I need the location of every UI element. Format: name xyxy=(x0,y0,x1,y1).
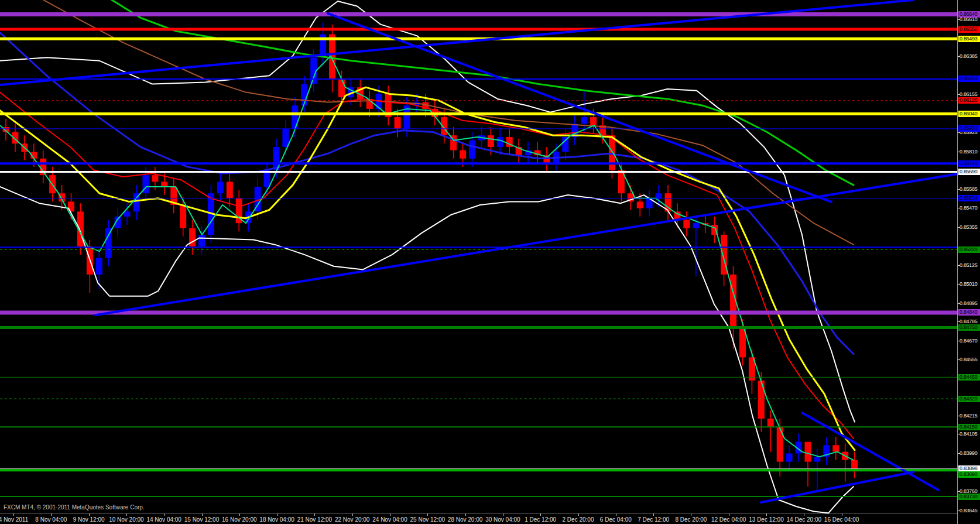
time-label: 2 Dec 20:00 xyxy=(563,516,594,523)
price-axis: 0.866100.863850.861550.859250.858100.855… xyxy=(957,0,980,524)
candle-body xyxy=(637,201,643,208)
level-price-chip: 0.86040 xyxy=(958,111,980,117)
candle-body xyxy=(590,117,597,125)
price-tick-label: 0.85010 xyxy=(960,281,977,287)
time-tick-mark xyxy=(352,513,353,516)
candle-body xyxy=(292,105,298,129)
time-label: 18 Nov 04:00 xyxy=(259,516,294,523)
level-price-chip: 0.85740 xyxy=(958,160,980,167)
blue-ma xyxy=(0,33,854,354)
candle-body xyxy=(786,453,793,461)
level-price-chip: 0.85530 xyxy=(958,195,980,201)
mt4-chart-window: 0.866100.863850.861550.859250.858100.855… xyxy=(0,0,980,524)
time-tick-mark xyxy=(277,513,277,516)
time-label: 15 Nov 12:00 xyxy=(184,516,220,523)
price-tick-label: 0.86385 xyxy=(960,53,977,59)
candle-body xyxy=(804,442,811,462)
horizontal-levels xyxy=(0,15,957,496)
candle-body xyxy=(683,220,690,228)
time-label: 13 Dec 12:00 xyxy=(749,516,784,523)
time-tick-mark xyxy=(164,513,165,516)
plot-layers xyxy=(0,0,957,513)
level-price-chip: 0.83890 xyxy=(958,471,980,478)
time-label: 12 Dec 04:00 xyxy=(711,516,746,523)
time-label: 1 Dec 12:00 xyxy=(525,516,556,523)
level-price-chip: 0.84840 xyxy=(958,309,980,316)
time-tick-mark xyxy=(503,513,503,516)
time-tick-mark xyxy=(653,513,654,516)
time-tick-mark xyxy=(540,513,541,516)
time-label: 6 Dec 04:00 xyxy=(600,516,632,523)
time-label: 22 Nov 20:00 xyxy=(335,516,370,523)
level-price-chip: 0.84450 xyxy=(958,374,980,381)
time-tick-mark xyxy=(842,513,842,516)
level-price-chip: 0.85690 xyxy=(958,169,980,175)
candle-body xyxy=(282,129,289,147)
price-tick-label: 0.84555 xyxy=(960,357,977,362)
price-tick-label: 0.85355 xyxy=(960,224,977,230)
level-price-chip: 0.85950 xyxy=(958,125,980,132)
candle-body xyxy=(227,181,233,198)
time-tick-mark xyxy=(314,513,315,516)
price-tick-label: 0.84215 xyxy=(960,413,977,419)
candle-body xyxy=(198,235,205,246)
candle-body xyxy=(609,135,615,170)
candle-body xyxy=(161,181,167,186)
candle-body xyxy=(96,258,102,275)
time-axis: 4 Nov 20118 Nov 04:009 Nov 12:0010 Nov 2… xyxy=(0,513,957,524)
level-price-chip: 0.86493 xyxy=(958,36,980,42)
time-label: 25 Nov 12:00 xyxy=(410,516,446,523)
time-tick-mark xyxy=(691,513,691,516)
time-label: 8 Dec 20:00 xyxy=(675,516,707,523)
price-tick-label: 0.86155 xyxy=(960,91,977,97)
level-price-chip: 0.86640 xyxy=(958,11,980,18)
trendline-short-descending-right xyxy=(802,413,938,490)
time-label: 16 Nov 20:00 xyxy=(222,516,257,523)
price-tick-label: 0.84105 xyxy=(960,431,977,437)
price-tick-label: 0.83990 xyxy=(960,450,977,456)
candle-body xyxy=(581,117,587,124)
candle-body xyxy=(656,193,662,198)
level-price-chip: 0.84320 xyxy=(958,396,980,402)
time-label: 8 Nov 04:00 xyxy=(35,516,67,523)
price-tick-label: 0.84895 xyxy=(960,300,977,306)
candle-body xyxy=(562,137,568,152)
time-label: 4 Nov 2011 xyxy=(0,516,28,523)
candle-body xyxy=(217,181,224,193)
time-tick-mark xyxy=(126,513,127,516)
price-tick-label: 0.85585 xyxy=(960,186,977,192)
time-label: 28 Nov 20:00 xyxy=(448,516,483,523)
price-tick-label: 0.84670 xyxy=(960,338,977,344)
candle-body xyxy=(758,381,765,419)
time-tick-mark xyxy=(202,513,203,516)
time-label: 7 Dec 12:00 xyxy=(638,516,669,523)
level-price-chip: 0.84150 xyxy=(958,424,980,430)
candle-body xyxy=(488,135,494,147)
time-label: 14 Dec 20:00 xyxy=(787,516,822,523)
time-tick-mark xyxy=(766,513,767,516)
price-tick-label: 0.84785 xyxy=(960,318,977,324)
price-tick-label: 0.85810 xyxy=(960,149,977,155)
time-tick-mark xyxy=(51,513,52,516)
trendline-descending-from-spike xyxy=(328,13,831,202)
trendline-ascending-support xyxy=(95,174,957,315)
time-tick-mark xyxy=(13,513,14,516)
slow-green-ma xyxy=(111,0,854,185)
price-chart-plot[interactable] xyxy=(0,0,980,524)
candle-body xyxy=(460,150,466,159)
time-label: 16 Dec 04:00 xyxy=(824,516,859,523)
candle-body xyxy=(105,228,112,258)
time-label: 21 Nov 12:00 xyxy=(297,516,333,523)
time-tick-mark xyxy=(804,513,804,516)
candle-body xyxy=(497,137,503,147)
time-label: 9 Nov 12:00 xyxy=(73,516,105,523)
level-price-chip: 0.85220 xyxy=(958,246,980,253)
time-label: 14 Nov 04:00 xyxy=(146,516,181,523)
copyright-text: FXCM MT4, © 2001-2011 MetaQuotes Softwar… xyxy=(4,504,145,511)
time-label: 10 Nov 20:00 xyxy=(109,516,144,523)
time-label: 24 Nov 04:00 xyxy=(372,516,407,523)
time-tick-mark xyxy=(729,513,729,516)
candle-body xyxy=(832,445,839,451)
time-tick-mark xyxy=(239,513,240,516)
level-price-chip: 0.84750 xyxy=(958,324,980,331)
